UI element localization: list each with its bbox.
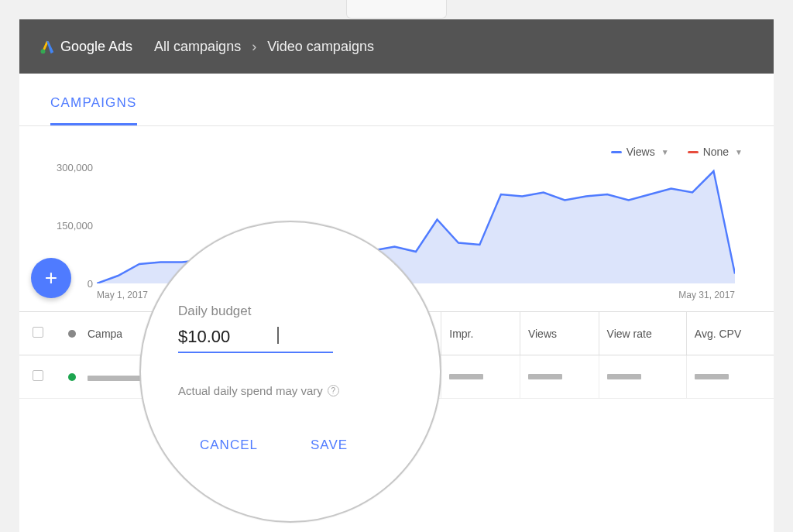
save-button[interactable]: SAVE: [311, 438, 348, 453]
browser-notch: [346, 0, 447, 19]
product-name: Google Ads: [60, 39, 132, 55]
x-start: May 1, 2017: [97, 290, 148, 300]
col-header-avg-cpv[interactable]: Avg. CPV: [686, 312, 774, 355]
add-campaign-fab[interactable]: +: [31, 258, 71, 298]
legend-series-1[interactable]: Views ▼: [611, 146, 669, 158]
cell-views: [520, 355, 599, 398]
plus-icon: +: [45, 266, 57, 290]
col-header-views[interactable]: Views: [520, 312, 599, 355]
breadcrumb-root[interactable]: All campaigns: [154, 39, 241, 55]
breadcrumb: All campaigns › Video campaigns: [154, 39, 374, 55]
status-dot-header: [57, 328, 88, 340]
google-ads-icon: [39, 38, 56, 55]
caret-down-icon: ▼: [735, 148, 743, 156]
popup-actions: CANCEL SAVE: [178, 438, 403, 453]
budget-field-label: Daily budget: [178, 304, 403, 319]
row-status-dot: [57, 371, 88, 383]
y-tick: 150,000: [57, 220, 93, 232]
cell-impr: [441, 355, 520, 398]
row-checkbox[interactable]: [19, 370, 57, 383]
legend-swatch-blue: [611, 151, 622, 153]
chart-legend: Views ▼ None ▼: [50, 146, 743, 158]
breadcrumb-leaf[interactable]: Video campaigns: [267, 39, 374, 55]
cell-view-rate: [599, 355, 686, 398]
caret-down-icon: ▼: [661, 148, 669, 156]
product-logo: Google Ads: [39, 38, 132, 55]
cancel-button[interactable]: CANCEL: [200, 438, 258, 453]
tab-campaigns[interactable]: CAMPAIGNS: [50, 95, 137, 125]
col-header-impr[interactable]: Impr.: [441, 312, 520, 355]
y-tick: 300,000: [57, 162, 93, 173]
legend-label-2: None: [703, 146, 729, 158]
helper-text: Actual daily spend may vary: [178, 384, 323, 397]
chevron-right-icon: ›: [252, 39, 256, 55]
legend-swatch-red: [688, 151, 699, 153]
budget-helper-text: Actual daily spend may vary ?: [178, 384, 403, 397]
budget-input-wrap[interactable]: $10.00: [178, 325, 333, 353]
col-header-view-rate[interactable]: View rate: [599, 312, 686, 355]
app-header: Google Ads All campaigns › Video campaig…: [19, 19, 774, 74]
text-cursor: [277, 327, 279, 344]
budget-input[interactable]: $10.00: [178, 327, 271, 347]
y-tick: 0: [88, 278, 93, 290]
x-end: May 31, 2017: [678, 290, 735, 300]
daily-budget-popup: Daily budget $10.00 Actual daily spend m…: [139, 221, 441, 523]
legend-series-2[interactable]: None ▼: [688, 146, 743, 158]
select-all-checkbox[interactable]: [19, 327, 57, 340]
help-icon[interactable]: ?: [328, 385, 339, 396]
svg-point-0: [41, 49, 46, 53]
cell-avg-cpv: [686, 355, 774, 398]
legend-label-1: Views: [627, 146, 655, 158]
tab-row: CAMPAIGNS: [19, 74, 774, 126]
